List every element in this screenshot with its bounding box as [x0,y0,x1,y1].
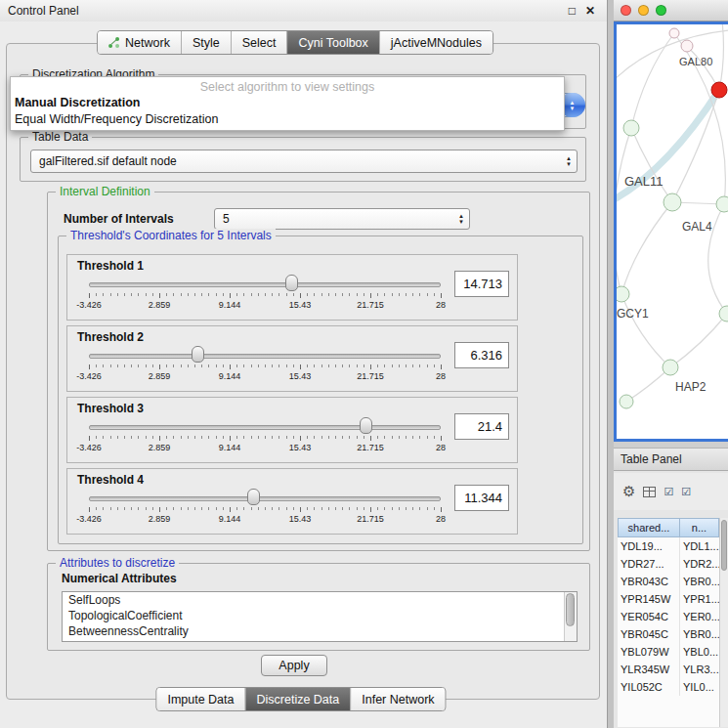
combobox-stepper-icon[interactable]: ▲▼ [458,213,464,225]
table-row[interactable]: YDR27...YDR2... [618,555,719,573]
network-node[interactable] [620,395,633,408]
number-of-intervals-combobox[interactable]: 5 ▲▼ [214,208,470,230]
network-edge[interactable] [617,128,631,294]
table-row[interactable]: YBR043CYBR0... [618,573,719,590]
tab-select[interactable]: Select [232,31,288,54]
table-cell: YLR345W [618,661,680,678]
network-node[interactable] [719,306,728,321]
table-scrollbar-thumb[interactable] [721,520,727,571]
threshold-label: Threshold 1 [77,259,144,273]
network-edge[interactable] [631,33,674,128]
table-cell: YIL0... [680,678,719,696]
threshold-panel: Threshold 2 -3.4262.8599.14415.4321.7152… [66,325,518,392]
tab-infer-network[interactable]: Infer Network [351,688,445,710]
network-canvas[interactable]: GAL80GAL11GAL4GCY1HAP2 [617,24,728,439]
threshold-panel: Threshold 1 -3.4262.8599.14415.4321.7152… [66,254,518,321]
column-header[interactable]: n... [680,518,719,537]
network-edge[interactable] [626,367,670,402]
table-cell: YDL1... [680,537,719,555]
threshold-slider[interactable]: -3.4262.8599.14415.4321.71528 [89,487,441,530]
slider-thumb[interactable] [285,275,298,291]
tab-network[interactable]: Network [98,31,182,54]
threshold-value-field[interactable]: 6.316 [454,342,509,368]
threshold-slider[interactable]: -3.4262.8599.14415.4321.71528 [89,273,441,316]
numerical-attributes-list[interactable]: SelfLoopsTopologicalCoefficientBetweenne… [62,591,578,642]
network-node[interactable] [664,193,681,211]
slider-thumb[interactable] [247,489,260,505]
tab-discretize-data[interactable]: Discretize Data [246,688,352,710]
float-window-icon[interactable]: □ [569,4,576,18]
dropdown-option[interactable]: Equal Width/Frequency Discretization [11,111,564,128]
checkbox-icon[interactable]: ☑ [664,486,673,498]
network-node[interactable] [681,40,693,52]
tab-impute-data[interactable]: Impute Data [156,688,245,710]
threshold-value-field[interactable]: 11.344 [454,485,509,511]
tab-cyni-toolbox[interactable]: Cyni Toolbox [287,31,379,54]
network-edge[interactable] [621,294,670,367]
attribute-list-item[interactable]: SelfLoops [63,592,577,608]
tab-style[interactable]: Style [182,31,232,54]
table-row[interactable]: YLR345WYLR3... [618,661,719,678]
network-node[interactable] [711,82,727,98]
table-row[interactable]: YER054CYER0... [618,608,719,625]
network-edge[interactable] [719,24,723,90]
table-column-headers: shared...n... [618,518,719,537]
threshold-value-field[interactable]: 14.713 [454,271,509,297]
dropdown-option[interactable]: Manual Discretization [11,95,564,111]
network-node[interactable] [716,196,728,212]
tab-label: jActiveMNodules [391,36,482,50]
threshold-panel: Threshold 4 -3.4262.8599.14415.4321.7152… [66,468,518,535]
table-cell: YBR045C [618,625,680,643]
table-panel-title: Table Panel [621,452,682,466]
network-edge[interactable] [631,128,672,202]
columns-icon[interactable] [643,487,656,497]
table-rows: YDL19...YDL1...YDR27...YDR2...YBR043CYBR… [618,537,719,727]
close-window-icon[interactable]: ✕ [585,4,595,18]
table-scrollbar[interactable] [719,518,728,727]
network-node[interactable] [617,286,629,302]
control-panel-window: Control Panel □ ✕ NetworkStyleSelectCyni… [0,0,608,728]
slider-thumb[interactable] [192,346,204,363]
threshold-value-field[interactable]: 21.4 [454,413,509,440]
tab-jactivemnodules[interactable]: jActiveMNodules [380,31,492,54]
network-edge[interactable] [670,314,727,367]
table-row[interactable]: YBR045CYBR0... [618,625,719,643]
tab-label: Select [242,36,277,50]
network-node[interactable] [663,360,678,375]
attribute-list-item[interactable]: BetweennessCentrality [63,623,577,639]
combobox-stepper-icon[interactable]: ▲▼ [566,155,572,167]
threshold-label: Threshold 2 [77,330,144,344]
checkbox-icon[interactable]: ☑ [681,486,691,498]
table-cell: YER0... [680,608,719,625]
algorithm-dropdown-list: Select algorithm to view settings Manual… [10,76,565,131]
slider-thumb[interactable] [360,417,372,434]
network-node-label: GAL80 [679,56,712,67]
table-cell: YBR0... [680,573,719,590]
window-title: Control Panel [8,4,79,18]
network-node[interactable] [623,120,639,136]
minimize-window-icon[interactable] [638,5,649,16]
table-data-group-title: Table Data [28,130,92,144]
table-row[interactable]: YPR145WYPR1... [618,590,719,608]
table-row[interactable]: YIL052CYIL0... [618,678,719,696]
numerical-attributes-label: Numerical Attributes [62,572,177,585]
network-edge[interactable] [621,202,672,294]
gear-icon[interactable]: ⚙ [622,483,635,500]
threshold-slider[interactable]: -3.4262.8599.14415.4321.71528 [89,344,441,387]
tab-label: Impute Data [167,693,234,707]
zoom-window-icon[interactable] [656,5,666,16]
table-cell: YDR2... [680,555,719,573]
table-row[interactable]: YBL079WYBL0... [618,643,719,661]
threshold-slider[interactable]: -3.4262.8599.14415.4321.71528 [89,415,441,458]
column-header[interactable]: shared... [618,518,680,537]
attribute-list-item[interactable]: TopologicalCoefficient [63,608,577,623]
list-scrollbar-thumb[interactable] [566,593,575,626]
network-window-titlebar[interactable] [614,0,728,21]
close-window-icon[interactable] [621,5,631,16]
apply-button[interactable]: Apply [261,655,327,676]
table-row[interactable]: YDL19...YDL1... [618,537,719,555]
network-node[interactable] [669,28,679,38]
list-scrollbar[interactable] [564,592,577,641]
table-data-combobox[interactable]: galFiltered.sif default node ▲▼ [30,150,578,173]
network-view-window: GAL80GAL11GAL4GCY1HAP2 [614,0,728,442]
